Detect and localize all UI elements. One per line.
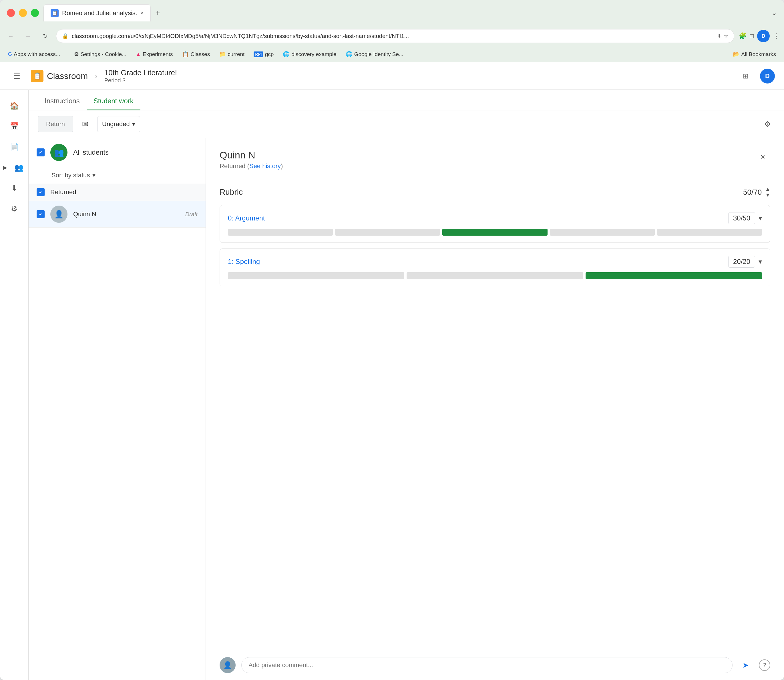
- experiments-bm-icon: ▲: [135, 51, 141, 57]
- bookmark-classes[interactable]: 📋 Classes: [179, 50, 214, 58]
- bookmark-apps-label: Apps with access...: [14, 51, 60, 57]
- sort-label: Sort by status: [52, 172, 90, 179]
- tab-instructions[interactable]: Instructions: [38, 92, 87, 110]
- refresh-button[interactable]: ↻: [39, 30, 52, 42]
- rubric-total-score: 50/70: [743, 188, 762, 197]
- tab-menu-button[interactable]: ⌄: [771, 9, 777, 17]
- new-tab-button[interactable]: +: [151, 6, 164, 20]
- criterion-argument-expand[interactable]: ▾: [759, 214, 762, 222]
- close-detail-button[interactable]: ×: [756, 150, 770, 164]
- close-traffic-light[interactable]: [7, 9, 15, 17]
- back-button[interactable]: ←: [5, 30, 17, 42]
- all-bookmarks-label: All Bookmarks: [741, 51, 776, 57]
- calendar-icon: 📅: [10, 122, 19, 131]
- settings-button[interactable]: ⚙: [760, 116, 775, 132]
- google-favicon: G: [8, 51, 12, 57]
- assignments-icon: 📄: [10, 143, 19, 151]
- maximize-traffic-light[interactable]: [31, 9, 39, 17]
- all-students-icon: 👥: [50, 144, 68, 161]
- rubric-title: Rubric: [220, 187, 743, 197]
- return-button[interactable]: Return: [38, 116, 73, 132]
- download-icon[interactable]: ⬇: [717, 33, 721, 39]
- discovery-bm-icon: 🌐: [283, 51, 290, 57]
- breadcrumb-separator: ›: [94, 71, 97, 81]
- criterion-argument-header: 0: Argument 30/50 ▾: [228, 212, 762, 224]
- extensions-icon[interactable]: 🧩: [739, 32, 746, 40]
- lock-icon: 🔒: [62, 33, 68, 39]
- detail-student-name: Quinn N: [220, 150, 756, 161]
- arg-bar-1: [228, 229, 333, 236]
- bookmark-google-identity[interactable]: 🌐 Google Identity Se...: [342, 50, 407, 58]
- classroom-logo[interactable]: 📋 Classroom: [31, 70, 88, 82]
- comment-send-button[interactable]: ➤: [738, 658, 753, 672]
- bookmark-apps[interactable]: G Apps with access...: [5, 50, 64, 58]
- sort-dropdown[interactable]: ▾: [92, 172, 96, 179]
- returned-section-checkbox[interactable]: ✓: [36, 188, 45, 196]
- comment-help-button[interactable]: ?: [759, 660, 770, 671]
- argument-bar-track: [228, 229, 762, 236]
- browser-profile-button[interactable]: D: [757, 30, 770, 42]
- detail-info: Quinn N Returned (See history): [220, 150, 756, 170]
- all-students-label: All students: [73, 148, 109, 156]
- criterion-argument-title: 0: Argument: [228, 214, 728, 222]
- criterion-spelling-expand[interactable]: ▾: [759, 258, 762, 266]
- forward-button[interactable]: →: [22, 30, 34, 42]
- rubric-score-arrows[interactable]: ▲ ▼: [765, 186, 770, 198]
- sidebar-archive-button[interactable]: ⬇: [5, 179, 24, 197]
- bookmark-experiments-label: Experiments: [143, 51, 173, 57]
- grade-select[interactable]: Ungraded ▾: [97, 116, 140, 132]
- sidebar-people-button[interactable]: 👥: [10, 158, 28, 177]
- see-history-link[interactable]: See history: [249, 162, 281, 170]
- bookmark-gcp[interactable]: RPI gcp: [250, 50, 277, 58]
- quinn-avatar: 👤: [50, 206, 68, 223]
- student-row-quinn[interactable]: ✓ 👤 Quinn N Draft: [28, 201, 206, 228]
- profile-square-icon[interactable]: □: [750, 32, 754, 40]
- archive-icon: ⬇: [11, 184, 17, 193]
- tab-student-work[interactable]: Student work: [87, 92, 140, 110]
- status-text-close: ): [281, 162, 283, 170]
- home-icon: 🏠: [10, 102, 19, 110]
- bookmark-current-label: current: [228, 51, 244, 57]
- bookmark-discovery[interactable]: 🌐 discovery example: [279, 50, 340, 58]
- bookmark-settings[interactable]: ⚙ Settings - Cookie...: [71, 50, 130, 58]
- comment-avatar: 👤: [220, 657, 236, 673]
- profile-button[interactable]: D: [760, 69, 775, 83]
- arg-bar-3[interactable]: [442, 229, 547, 236]
- extensions-bar: 🧩 □ D ⋮: [739, 30, 779, 42]
- bookmark-gcp-label: gcp: [265, 51, 274, 57]
- hamburger-button[interactable]: ☰: [9, 69, 24, 83]
- bookmark-experiments[interactable]: ▲ Experiments: [132, 50, 176, 58]
- bookmark-current[interactable]: 📁 current: [216, 50, 248, 58]
- sidebar-expand-icon[interactable]: ▶: [1, 163, 10, 172]
- sidebar-home-button[interactable]: 🏠: [5, 97, 24, 115]
- tab-close-button[interactable]: ×: [141, 10, 144, 16]
- bookmark-icon[interactable]: ☆: [724, 33, 728, 39]
- sidebar-calendar-button[interactable]: 📅: [5, 117, 24, 135]
- url-bar[interactable]: 🔒 classroom.google.com/u/0/c/NjEyMDI4ODI…: [56, 29, 734, 43]
- active-tab[interactable]: 📋 Romeo and Juliet analysis. ×: [44, 4, 151, 22]
- classroom-logo-text: Classroom: [47, 71, 88, 81]
- tab-title: Romeo and Juliet analysis.: [62, 9, 137, 17]
- classes-bm-icon: 📋: [182, 51, 189, 57]
- all-bookmarks-button[interactable]: 📂 All Bookmarks: [729, 50, 779, 58]
- bookmark-settings-label: Settings - Cookie...: [80, 51, 127, 57]
- all-students-checkbox[interactable]: ✓: [36, 148, 45, 156]
- sidebar-assignments-button[interactable]: 📄: [5, 138, 24, 156]
- sidebar-settings-button[interactable]: ⚙: [5, 200, 24, 218]
- bookmarks-bar: G Apps with access... ⚙ Settings - Cooki…: [0, 46, 784, 62]
- course-info: 10th Grade Literature! Period 3: [104, 68, 177, 84]
- email-button[interactable]: ✉: [78, 116, 93, 132]
- grid-button[interactable]: ⊞: [738, 69, 753, 83]
- quinn-checkbox[interactable]: ✓: [36, 210, 45, 218]
- minimize-traffic-light[interactable]: [19, 9, 27, 17]
- arg-bar-2: [335, 229, 440, 236]
- spell-bar-3[interactable]: [586, 272, 762, 279]
- people-icon: 👥: [14, 163, 24, 172]
- returned-section-label: Returned: [50, 189, 76, 196]
- title-bar: 📋 Romeo and Juliet analysis. × + ⌄: [0, 0, 784, 26]
- detail-student-status: Returned (See history): [220, 162, 756, 170]
- main-layout: 🏠 📅 📄 ▶ 👥 ⬇ ⚙: [0, 90, 784, 680]
- more-options-icon[interactable]: ⋮: [773, 32, 779, 40]
- comment-input[interactable]: [241, 657, 732, 673]
- settings-icon: ⚙: [11, 205, 17, 213]
